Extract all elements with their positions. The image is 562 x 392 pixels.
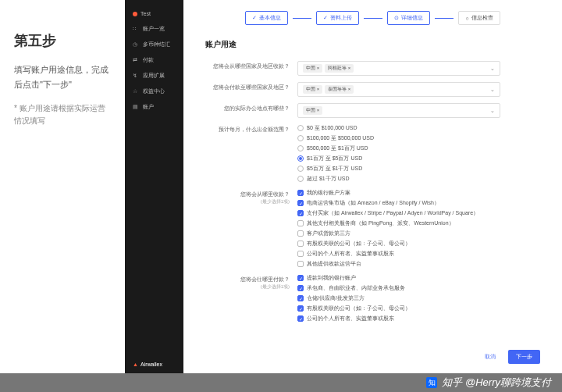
checkbox-icon <box>297 200 304 206</box>
stepper-step: ○ 信息检查 <box>458 11 500 25</box>
checkbox-option[interactable]: 承包商、自由职业者、内部业务承包服务 <box>297 284 540 292</box>
tag[interactable]: 泰国等等 × <box>325 85 354 94</box>
checkbox-icon <box>297 275 304 281</box>
check-icon: ✓ <box>252 15 257 21</box>
checkbox-icon <box>297 220 304 226</box>
radio-icon <box>297 166 304 172</box>
sidebar-footer-brand: ▲Airwallex <box>133 362 162 367</box>
monthly-volume-radios: $0 至 $100,000 USD$100,000 至 $500,000 USD… <box>297 124 540 183</box>
checkbox-icon <box>297 251 304 257</box>
section-title: 账户用途 <box>205 39 540 50</box>
watermark: 知 知乎 @Herry聊跨境支付 <box>0 373 562 392</box>
sidebar-item[interactable]: ⇄付款 <box>125 52 183 68</box>
sidebar: Test ∷账户一览◷多币种结汇⇄付款↯应用扩展☆权益中心▤账户 ▲Airwal… <box>125 0 183 373</box>
radio-option[interactable]: $1百万 至 $5百万 USD <box>297 155 540 162</box>
radio-icon <box>297 155 304 162</box>
label-monthly-volume: 预计每月，什么出金额范围？ <box>205 124 297 134</box>
next-button[interactable]: 下一步 <box>508 350 540 364</box>
radio-option[interactable]: $500,000 至 $1百万 USD <box>297 144 540 152</box>
checkbox-icon <box>297 190 304 196</box>
step-note: * 账户用途请根据实际运营情况填写 <box>14 102 111 127</box>
checkbox-icon <box>297 241 304 247</box>
radio-icon <box>297 125 304 131</box>
tag[interactable]: 中国 × <box>303 85 322 94</box>
sidebar-item[interactable]: ☆权益中心 <box>125 84 183 99</box>
radio-icon <box>297 176 304 182</box>
brand-dot-icon <box>133 12 137 16</box>
tag[interactable]: 中国 × <box>303 64 322 73</box>
checkbox-option[interactable]: 公司的个人所有者、实益董事或股东 <box>297 315 540 323</box>
checkbox-option[interactable]: 公司的个人所有者、实益董事或股东 <box>297 250 540 258</box>
sidebar-item[interactable]: ↯应用扩展 <box>125 68 183 84</box>
sidebar-item[interactable]: ▤账户 <box>125 99 183 115</box>
checkbox-icon <box>297 261 304 267</box>
menu-icon: ∷ <box>133 26 139 32</box>
sidebar-brand[interactable]: Test <box>125 6 183 21</box>
tag[interactable]: 中国 × <box>303 106 322 115</box>
radio-option[interactable]: $5百万 至 $1千万 USD <box>297 165 540 173</box>
stepper-step: ✓ 基本信息 <box>245 11 288 25</box>
step-title: 第五步 <box>14 31 111 50</box>
checkbox-option[interactable]: 有股权关联的公司（如：子公司、母公司） <box>297 240 540 248</box>
tag[interactable]: 阿根廷等 × <box>325 64 354 73</box>
label-pay-to: 您将会付款至哪些国家及地区？ <box>205 82 297 91</box>
radio-icon <box>297 135 304 141</box>
select-receive-from[interactable]: 中国 ×阿根廷等 ×⌄ <box>297 61 500 76</box>
radio-option[interactable]: $100,000 至 $500,000 USD <box>297 134 540 142</box>
stepper-step: ⊙ 详细信息 <box>387 11 430 25</box>
check-icon: ✓ <box>323 15 328 21</box>
zhihu-icon: 知 <box>426 377 437 388</box>
stepper-step: ✓ 资料上传 <box>316 11 359 25</box>
progress-stepper: ✓ 基本信息✓ 资料上传⊙ 详细信息○ 信息检查 <box>205 11 540 25</box>
sidebar-item[interactable]: ◷多币种结汇 <box>125 37 183 52</box>
main-content: ✓ 基本信息✓ 资料上传⊙ 详细信息○ 信息检查 账户用途 您将会从哪些国家及地… <box>183 0 562 373</box>
checkbox-option[interactable]: 支付买家（如 Airwallex / Stripe / Paypal / Ady… <box>297 209 540 217</box>
step-description: 填写账户用途信息，完成后点击"下一步" <box>14 62 111 91</box>
checkbox-icon <box>297 315 304 322</box>
checkbox-icon <box>297 230 304 237</box>
instruction-panel: 第五步 填写账户用途信息，完成后点击"下一步" * 账户用途请根据实际运营情况填… <box>0 0 125 373</box>
radio-icon <box>297 145 304 151</box>
radio-option[interactable]: 超过 $1千万 USD <box>297 175 540 183</box>
menu-icon: ↯ <box>133 73 139 79</box>
chevron-down-icon: ⌄ <box>490 108 495 114</box>
chevron-down-icon: ⌄ <box>490 87 495 93</box>
menu-icon: ◷ <box>133 41 139 48</box>
label-company-loc: 您的实际办公地点有哪些？ <box>205 103 297 112</box>
checkbox-option[interactable]: 其他提供收款运营平台 <box>297 260 540 268</box>
cancel-button[interactable]: 取消 <box>478 350 502 364</box>
menu-icon: ▤ <box>133 104 139 110</box>
radio-option[interactable]: $0 至 $100,000 USD <box>297 124 540 132</box>
checkbox-option[interactable]: 我的银行账户方案 <box>297 189 540 197</box>
checkbox-option[interactable]: 有股权关联的公司（如：子公司、母公司） <box>297 305 540 312</box>
checkbox-icon <box>297 210 304 216</box>
label-pay-method: 您将会往哪里付款？(最少选择1项) <box>205 274 297 290</box>
label-receive-from: 您将会从哪些国家及地区收款？ <box>205 61 297 70</box>
checkbox-option[interactable]: 客户或货款第三方 <box>297 230 540 237</box>
checkbox-icon <box>297 285 304 291</box>
label-receive-method: 您将会从哪里收款？(最少选择1项) <box>205 189 297 205</box>
sidebar-item[interactable]: ∷账户一览 <box>125 21 183 37</box>
menu-icon: ⇄ <box>133 57 139 63</box>
receive-method-checks: 我的银行账户方案电商运营集市场（如 Amazon / eBay / Shopif… <box>297 189 540 268</box>
select-pay-to[interactable]: 中国 ×泰国等等 ×⌄ <box>297 82 500 97</box>
pay-method-checks: 提款到我的银行账户承包商、自由职业者、内部业务承包服务仓储/供应商/批发第三方有… <box>297 274 540 323</box>
checkbox-option[interactable]: 电商运营集市场（如 Amazon / eBay / Shopify / Wish… <box>297 199 540 207</box>
chevron-down-icon: ⌄ <box>490 66 495 72</box>
menu-icon: ☆ <box>133 88 139 94</box>
checkbox-icon <box>297 295 304 301</box>
checkbox-option[interactable]: 其他支付相关服务商（如 PingPong、派安、WesternUnion） <box>297 219 540 227</box>
select-company-loc[interactable]: 中国 ×⌄ <box>297 103 500 118</box>
checkbox-option[interactable]: 仓储/供应商/批发第三方 <box>297 294 540 302</box>
checkbox-option[interactable]: 提款到我的银行账户 <box>297 274 540 282</box>
checkbox-icon <box>297 305 304 312</box>
